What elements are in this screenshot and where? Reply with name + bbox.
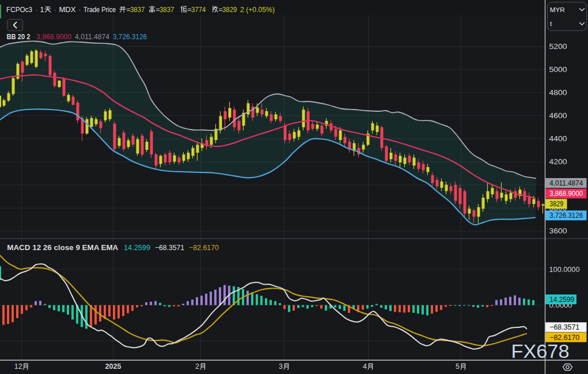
svg-text:−82.6170: −82.6170 — [189, 244, 219, 252]
svg-text:3829: 3829 — [549, 200, 563, 208]
svg-text:12: 12 — [14, 362, 22, 371]
svg-text:−68.3571: −68.3571 — [155, 244, 184, 252]
svg-text:4200: 4200 — [549, 158, 567, 166]
svg-text:3837: 3837 — [130, 6, 145, 14]
svg-text:5000: 5000 — [549, 66, 567, 74]
svg-text:3,726.3126: 3,726.3126 — [549, 211, 583, 220]
svg-text:4,011.4874: 4,011.4874 — [549, 179, 583, 187]
svg-text:100.0000: 100.0000 — [549, 266, 580, 274]
svg-text:−82.6170: −82.6170 — [549, 334, 579, 342]
svg-text:3,868.9000: 3,868.9000 — [36, 33, 71, 41]
svg-text:5200: 5200 — [549, 43, 567, 51]
svg-text:4,011.4874: 4,011.4874 — [75, 33, 109, 41]
svg-text:3829: 3829 — [222, 6, 237, 14]
svg-text:3774: 3774 — [191, 6, 206, 14]
svg-text:3837: 3837 — [160, 6, 174, 14]
svg-text:4600: 4600 — [549, 112, 567, 120]
svg-text:BB 20 2: BB 20 2 — [7, 32, 31, 41]
svg-text:4: 4 — [363, 362, 367, 371]
svg-text:2 (+0.05%): 2 (+0.05%) — [240, 6, 275, 14]
svg-text:3600: 3600 — [549, 227, 567, 235]
svg-text:MYR: MYR — [550, 6, 565, 13]
svg-text:3: 3 — [279, 362, 283, 371]
svg-text:14.2599: 14.2599 — [124, 244, 150, 252]
svg-text:·: · — [78, 6, 81, 14]
svg-text:3,726.3126: 3,726.3126 — [113, 33, 147, 41]
svg-text:4800: 4800 — [549, 89, 567, 97]
svg-text:−68.3571: −68.3571 — [549, 323, 579, 331]
svg-text:FX678: FX678 — [511, 341, 570, 362]
svg-text:Trade Price: Trade Price — [84, 6, 116, 14]
svg-text:14.2599: 14.2599 — [549, 296, 574, 304]
svg-text:FCPOc3: FCPOc3 — [6, 6, 32, 14]
svg-text:·: · — [36, 6, 38, 14]
svg-text:1: 1 — [40, 6, 44, 14]
svg-text:·: · — [54, 6, 56, 14]
svg-text:2: 2 — [195, 362, 199, 371]
svg-text:4400: 4400 — [549, 135, 567, 143]
svg-text:MACD 12 26 close 9 EMA EMA: MACD 12 26 close 9 EMA EMA — [7, 243, 119, 252]
svg-text:3,868.9000: 3,868.9000 — [549, 190, 583, 198]
svg-text:2025: 2025 — [105, 362, 122, 371]
svg-text:MDX: MDX — [59, 6, 77, 14]
svg-text:5: 5 — [456, 362, 460, 371]
